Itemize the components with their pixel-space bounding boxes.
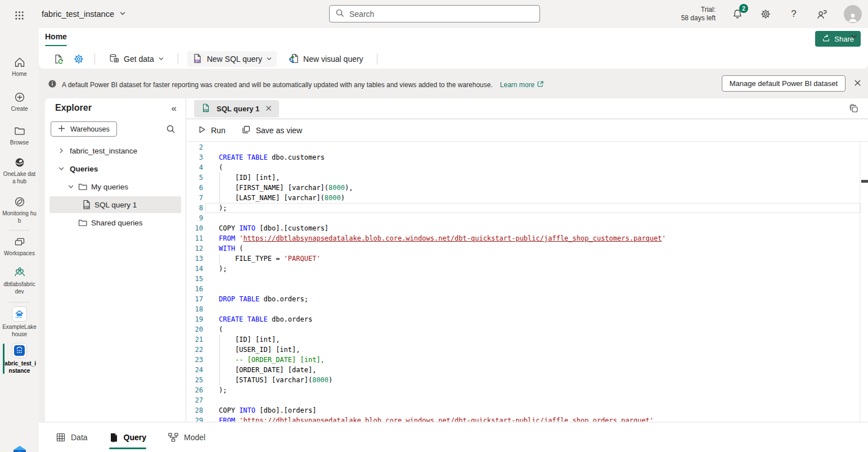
new-sql-query-button[interactable]: SQL New SQL query <box>187 51 277 67</box>
tree-item-sql-query-1[interactable]: SQLSQL query 1 <box>50 196 181 213</box>
add-warehouses-button[interactable]: Warehouses <box>51 121 117 137</box>
rail-item-dbtlabsfabricdev[interactable]: dbtlabsfabricdev <box>0 266 39 295</box>
code-line[interactable]: 2 <box>186 142 868 152</box>
code-line[interactable]: 19CREATE TABLE dbo.orders <box>186 314 868 324</box>
rail-item-label: Workspaces <box>2 250 37 257</box>
workspace-selector[interactable]: fabric_test_instance <box>42 0 126 28</box>
code-line[interactable]: 20( <box>186 324 868 335</box>
learn-more-link[interactable]: Learn more <box>500 80 544 89</box>
tree-item-queries[interactable]: Queries <box>50 160 181 177</box>
scrollbar-thumb[interactable] <box>861 180 868 183</box>
rail-item-browse[interactable]: Browse <box>0 125 39 146</box>
code-line[interactable]: 7 [LAST_NAME] [varchar](8000) <box>186 193 868 203</box>
explorer-tree: fabric_test_instanceQueriesMy queriesSQL… <box>45 142 186 232</box>
line-number: 10 <box>186 223 203 233</box>
code-line[interactable]: 8); <box>186 203 868 213</box>
code-line[interactable]: 13 FILE_TYPE = 'PARQUET' <box>186 254 868 264</box>
rail-item-home[interactable]: Home <box>0 56 39 78</box>
code-line[interactable]: 27 <box>186 395 868 405</box>
tree-item-shared-queries[interactable]: Shared queries <box>50 214 181 231</box>
manage-default-dataset-button[interactable]: Manage default Power BI dataset <box>722 75 845 92</box>
indent-guide <box>219 345 220 355</box>
rail-item-data-warehouse[interactable]: Data Warehouse <box>0 445 39 452</box>
code-text: DROP TABLE dbo.orders; <box>219 294 308 304</box>
line-number: 9 <box>186 213 203 223</box>
code-text: COPY INTO [dbo].[orders] <box>219 405 316 415</box>
rail-item-monitoring-hub[interactable]: Monitoring hub <box>0 196 39 224</box>
code-line[interactable]: 4( <box>186 162 868 173</box>
code-text: ( <box>219 324 223 335</box>
tree-item-my-queries[interactable]: My queries <box>50 178 181 195</box>
line-number: 7 <box>186 193 203 203</box>
explorer-search-icon[interactable] <box>166 124 176 136</box>
code-line[interactable]: 10COPY INTO [dbo].[customers] <box>186 223 868 233</box>
tree-item-label: fabric_test_instance <box>70 147 137 155</box>
tree-item-fabric-test-instance[interactable]: fabric_test_instance <box>50 142 181 159</box>
code-lines: 23CREATE TABLE dbo.customers4(5 [ID] [in… <box>186 142 868 422</box>
waffle-menu-icon[interactable] <box>12 7 26 21</box>
code-line[interactable]: 5 [ID] [int], <box>186 173 868 183</box>
home-icon <box>14 56 26 69</box>
chevron-down-icon[interactable] <box>68 183 74 190</box>
new-visual-query-button[interactable]: New visual query <box>284 51 368 67</box>
rail-item-examplelakehouse[interactable]: ExampleLakehouse <box>0 306 39 338</box>
folder-icon <box>78 182 88 192</box>
line-number: 20 <box>186 324 203 335</box>
code-line[interactable]: 9 <box>186 213 868 223</box>
run-button[interactable]: Run <box>197 125 226 135</box>
collapse-pane-icon[interactable]: « <box>172 103 177 114</box>
ribbon-collapse-chevron-icon[interactable] <box>850 33 858 43</box>
code-line[interactable]: 22 [USER_ID] [int], <box>186 345 868 355</box>
indent-guide <box>219 335 220 345</box>
tree-item-label: Queries <box>70 165 98 173</box>
chevron-right-icon[interactable] <box>58 147 65 154</box>
monitoring-icon <box>14 196 26 208</box>
sql-editor: SQL SQL query 1 Run Save as view <box>186 98 868 422</box>
feedback-icon[interactable] <box>816 8 828 20</box>
save-as-view-button[interactable]: Save as view <box>241 125 302 136</box>
code-line[interactable]: 25 [STATUS] [varchar](8000) <box>186 375 868 385</box>
command-bar: Get data SQL New SQL query New visual qu… <box>39 49 868 69</box>
code-line[interactable]: 21 [ID] [int], <box>186 335 868 345</box>
code-line[interactable]: 15 <box>186 274 868 284</box>
rail-item-onelake-data-hub[interactable]: OneLake data hub <box>0 156 39 185</box>
banner-close-icon[interactable] <box>853 79 862 89</box>
view-tab-query[interactable]: Query <box>109 423 146 452</box>
code-line[interactable]: 18 <box>186 304 868 314</box>
code-line[interactable]: 23 -- [ORDER_DATE] [int], <box>186 355 868 365</box>
search-input[interactable] <box>349 10 534 19</box>
code-area[interactable]: 23CREATE TABLE dbo.customers4(5 [ID] [in… <box>186 142 868 422</box>
code-line[interactable]: 12WITH ( <box>186 243 868 254</box>
code-line[interactable]: 28COPY INTO [dbo].[orders] <box>186 405 868 415</box>
code-line[interactable]: 17DROP TABLE dbo.orders; <box>186 294 868 304</box>
code-line[interactable]: 14); <box>186 264 868 274</box>
code-line[interactable]: 26); <box>186 385 868 395</box>
code-line[interactable]: 24 [ORDER_DATE] [date], <box>186 365 868 375</box>
close-tab-icon[interactable] <box>265 104 272 114</box>
line-number: 18 <box>186 304 203 314</box>
tab-home[interactable]: Home <box>45 28 67 46</box>
query-tab[interactable]: SQL SQL query 1 <box>194 100 279 117</box>
code-line[interactable]: 3CREATE TABLE dbo.customers <box>186 152 868 162</box>
plus-icon <box>58 125 65 134</box>
rail-item-fabric-test-instance[interactable]: fabric_test_instance <box>0 343 39 374</box>
rail-item-workspaces[interactable]: Workspaces <box>0 236 39 257</box>
view-tab-model[interactable]: Model <box>168 423 205 452</box>
code-line[interactable]: 11FROM 'https://dbtlabsynapsedatalake.bl… <box>186 233 868 243</box>
view-tab-data[interactable]: Data <box>56 423 88 452</box>
chevron-down-icon[interactable] <box>58 165 65 172</box>
refresh-report-icon[interactable] <box>52 52 65 66</box>
get-data-button[interactable]: Get data <box>104 51 169 67</box>
rail-item-label: fabric_test_instance <box>2 360 37 374</box>
code-line[interactable]: 6 [FIRST_NAME] [varchar](8000), <box>186 183 868 193</box>
rail-item-create[interactable]: Create <box>0 91 39 112</box>
copy-tabs-icon[interactable] <box>849 103 859 116</box>
code-line[interactable]: 16 <box>186 284 868 294</box>
code-line[interactable]: 29FROM 'https://dbtlabsynapsedatalake.bl… <box>186 415 868 422</box>
sql-file-icon: SQL <box>201 103 211 115</box>
help-icon[interactable]: ? <box>788 8 800 20</box>
query-settings-gear-icon[interactable] <box>72 52 86 66</box>
notifications-bell-icon[interactable]: 2 <box>731 8 744 20</box>
settings-gear-icon[interactable] <box>759 8 772 20</box>
account-avatar[interactable] <box>844 5 862 23</box>
